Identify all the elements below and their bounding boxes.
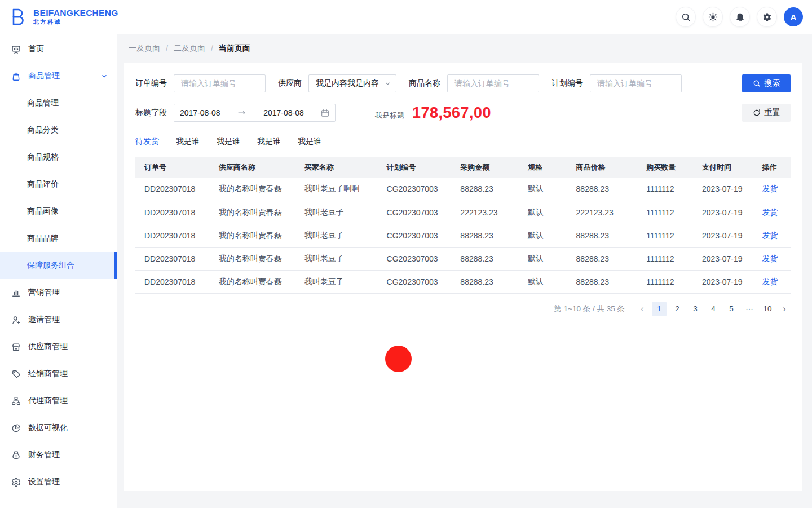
page-5[interactable]: 5	[724, 302, 739, 316]
table-cell: 222123.23	[567, 201, 638, 224]
notifications-button[interactable]	[730, 7, 750, 27]
storefront-icon	[11, 342, 21, 352]
table-cell: 88288.23	[567, 270, 638, 293]
settings-button[interactable]	[757, 7, 777, 27]
sidebar-item-settings[interactable]: 设置管理	[0, 469, 117, 496]
table-cell: DD202307018	[135, 224, 210, 247]
sidebar-item-finance[interactable]: 财务管理	[0, 441, 117, 469]
bell-icon	[735, 12, 745, 22]
table-cell: CG202307003	[378, 224, 452, 247]
product-name-input[interactable]	[447, 74, 539, 92]
product-submenu: 商品管理商品分类商品规格商品评价商品画像商品品牌保障服务组合	[0, 90, 117, 279]
reset-button[interactable]: 重置	[742, 104, 791, 122]
money-bag-icon	[11, 450, 21, 460]
active-indicator-bar	[114, 252, 117, 279]
search-icon	[753, 79, 761, 87]
sidebar-item-label: 营销管理	[28, 288, 60, 298]
theme-toggle-button[interactable]	[703, 7, 723, 27]
sidebar-subitem-6[interactable]: 保障服务组合	[0, 252, 117, 279]
order-no-label: 订单编号	[135, 78, 167, 89]
title-field-label: 标题字段	[135, 108, 167, 118]
ship-action-link[interactable]: 发货	[762, 231, 778, 240]
bar-chart-icon	[11, 288, 21, 298]
order-no-input[interactable]	[174, 74, 266, 92]
sidebar-item-label: 设置管理	[28, 477, 60, 487]
ship-action-link[interactable]: 发货	[762, 277, 778, 286]
sidebar-item-invites[interactable]: 邀请管理	[0, 306, 117, 333]
search-button[interactable]	[676, 7, 696, 27]
date-end-value: 2017-08-08	[263, 108, 304, 117]
brand-logo[interactable]: BEIFANGKECHENG 北方科诚	[0, 0, 117, 34]
search-submit-button[interactable]: 搜索	[742, 74, 791, 92]
tab-0[interactable]: 待发货	[135, 136, 159, 147]
pagination-next-button[interactable]: ›	[778, 302, 791, 316]
ship-action-link[interactable]: 发货	[762, 254, 778, 263]
table-cell: 我的名称叫贾春磊	[210, 201, 295, 224]
tag-icon	[11, 369, 21, 379]
column-header: 规格	[519, 157, 567, 178]
sidebar-subitem-label: 商品规格	[27, 152, 59, 162]
table-cell-action: 发货	[753, 224, 791, 247]
table-cell: 我的名称叫贾春磊	[210, 178, 295, 201]
table-cell: 2023-07-19	[693, 224, 753, 247]
sidebar-item-marketing[interactable]: 营销管理	[0, 279, 117, 306]
sidebar-item-home[interactable]: 首页	[0, 36, 117, 63]
supplier-select[interactable]: 我是内容我是内容	[308, 74, 396, 92]
sidebar-item-agents[interactable]: 代理商管理	[0, 387, 117, 414]
table-cell: 1111112	[637, 270, 693, 293]
sidebar-item-dealers[interactable]: 经销商管理	[0, 360, 117, 387]
gear-icon	[762, 12, 772, 22]
sidebar-subitem-label: 保障服务组合	[27, 260, 74, 271]
breadcrumb-level1[interactable]: 一及页面	[129, 43, 160, 54]
tab-1[interactable]: 我是谁	[176, 136, 200, 147]
table-cell-action: 发货	[753, 178, 791, 201]
filter-row-1: 订单编号 供应商 我是内容我是内容 商品名称	[135, 74, 791, 92]
sidebar-subitem-1[interactable]: 商品分类	[0, 117, 117, 144]
page-4[interactable]: 4	[706, 302, 721, 316]
pagination-prev-button[interactable]: ‹	[636, 302, 648, 316]
table-cell: DD202307018	[135, 201, 210, 224]
table-body: DD202307018我的名称叫贾春磊我叫老豆子啊啊CG202307003882…	[135, 178, 791, 293]
order-no-filter: 订单编号	[135, 74, 266, 92]
breadcrumb-current: 当前页面	[219, 43, 250, 54]
table-cell: 88288.23	[567, 247, 638, 270]
sidebar-item-data-viz[interactable]: 数据可视化	[0, 414, 117, 441]
sidebar-subitem-3[interactable]: 商品评价	[0, 171, 117, 198]
avatar[interactable]: A	[784, 7, 803, 26]
sidebar-item-products[interactable]: 商品管理	[0, 63, 117, 90]
table-cell: 88288.23	[451, 270, 519, 293]
sidebar-subitem-2[interactable]: 商品规格	[0, 144, 117, 171]
table-cell: 我的名称叫贾春磊	[210, 270, 295, 293]
breadcrumb-level2[interactable]: 二及页面	[174, 43, 205, 54]
table-cell: 默认	[519, 224, 567, 247]
chevron-down-icon	[385, 81, 391, 87]
pagination: 第 1~10 条 / 共 35 条 ‹ 12345···10 ›	[135, 302, 791, 316]
table-cell: 2023-07-19	[693, 201, 753, 224]
sidebar-subitem-5[interactable]: 商品品牌	[0, 225, 117, 252]
table-cell-action: 发货	[753, 201, 791, 224]
tab-2[interactable]: 我是谁	[217, 136, 240, 147]
sidebar-subitem-label: 商品管理	[27, 98, 59, 108]
ship-action-link[interactable]: 发货	[762, 207, 778, 217]
arrow-right-icon	[237, 110, 246, 116]
filter-row-2: 标题字段 2017-08-08 2017-08-08 我是标题 17	[135, 104, 791, 122]
sidebar-item-suppliers[interactable]: 供应商管理	[0, 333, 117, 360]
pagination-summary: 第 1~10 条 / 共 35 条	[554, 304, 625, 314]
plan-no-input[interactable]	[590, 74, 682, 92]
column-header: 买家名称	[295, 157, 378, 178]
column-header: 购买数量	[637, 157, 693, 178]
tab-3[interactable]: 我是谁	[257, 136, 281, 147]
date-range-picker[interactable]: 2017-08-08 2017-08-08	[174, 104, 336, 122]
tab-4[interactable]: 我是谁	[298, 136, 321, 147]
table-cell-action: 发货	[753, 247, 791, 270]
page-3[interactable]: 3	[688, 302, 703, 316]
table-cell: 默认	[519, 178, 567, 201]
sidebar-subitem-4[interactable]: 商品画像	[0, 198, 117, 225]
sidebar-subitem-0[interactable]: 商品管理	[0, 90, 117, 117]
ship-action-link[interactable]: 发货	[762, 184, 778, 193]
table-cell: 我叫老豆子啊啊	[295, 178, 378, 201]
page-2[interactable]: 2	[670, 302, 685, 316]
table-cell: 默认	[519, 201, 567, 224]
page-10[interactable]: 10	[760, 302, 775, 316]
page-1[interactable]: 1	[652, 302, 667, 316]
